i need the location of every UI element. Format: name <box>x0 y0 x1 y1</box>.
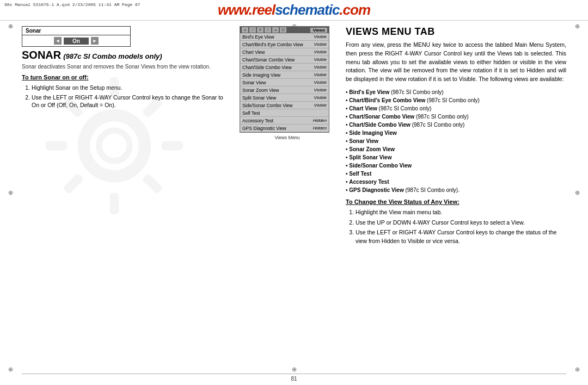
menu-row-label: Accessory Test <box>242 118 273 123</box>
bullet-label: Chart/Sonar Combo View <box>349 114 414 120</box>
change-view-step-3: Use the LEFT or RIGHT 4-WAY Cursor Contr… <box>356 228 566 246</box>
bullet-label: Sonar Zoom View <box>349 146 395 152</box>
bullet-sonar: • Sonar View <box>346 137 566 145</box>
menu-row-label: Chart/Side Combo View <box>242 65 292 70</box>
left-arrow-button[interactable]: ◄ <box>54 37 62 45</box>
menu-screenshot: ≡ ☆ ✕ ☆ ≡ ⊡ Views Bird's Eye View Visibl… <box>240 26 329 133</box>
change-view-step-1: Highlight the View main menu tab. <box>356 208 566 217</box>
menu-icon-5: ≡ <box>272 27 279 33</box>
menu-row-label: Chart View <box>242 49 265 55</box>
right-column: VIEWS MENU TAB From any view, press the … <box>346 26 566 369</box>
sonar-desc-subtitle: Sonar Views from the view rotation. <box>125 64 211 70</box>
menu-icon-6: ⊡ <box>280 27 286 33</box>
menu-row-label: Bird's Eye View <box>242 34 274 40</box>
menu-row-status: Visible <box>314 49 327 54</box>
menu-row-chart-sonar: Chart/Sonar Combo View Visible <box>240 56 329 64</box>
bullet-note: (987c SI Combo only) <box>416 114 469 120</box>
bullet-birds-eye: • Bird's Eye View (987c SI Combo only) <box>346 88 566 96</box>
change-view-step-2: Use the UP or DOWN 4-WAY Cursor Control … <box>356 219 566 227</box>
menu-row-chart-birds: Chart/Bird's Eye Combo View Visible <box>240 41 329 48</box>
views-menu-description: From any view, press the MENU key twice … <box>346 41 566 84</box>
menu-row-label: Sonar Zoom View <box>242 88 279 93</box>
bullet-accessory: • Accessory Test <box>346 178 566 186</box>
menu-topbar: ≡ ☆ ✕ ☆ ≡ ⊡ Views <box>240 27 329 33</box>
bullet-note: (987c SI Combo only) <box>412 122 465 128</box>
svg-rect-8 <box>63 173 84 195</box>
header-meta: 98x Manual 531076-1 A.qxd 2/23/2005 11:4… <box>4 2 140 7</box>
bullet-sonar-zoom: • Sonar Zoom View <box>346 145 566 153</box>
svg-rect-2 <box>110 77 119 98</box>
bullet-chart-birds: • Chart/Bird's Eye Combo View (987c SI C… <box>346 96 566 104</box>
svg-rect-7 <box>142 97 163 119</box>
menu-row-status: Visible <box>314 80 327 85</box>
header: 98x Manual 531076-1 A.qxd 2/23/2005 11:4… <box>0 0 588 21</box>
change-view-header: To Change the View Status of Any View: <box>346 198 566 205</box>
menu-row-label: Split Sonar View <box>242 95 276 101</box>
bullet-chart: • Chart View (987c SI Combo only) <box>346 104 566 113</box>
sonar-desc-text: Sonar deactivates Sonar and removes the <box>22 64 124 70</box>
bullet-label: Chart View <box>349 105 377 111</box>
menu-row-status: Visible <box>314 34 327 39</box>
logo-schematic: schematic <box>275 2 339 18</box>
menu-row-gps: GPS Diagnostic View Hidden <box>240 125 329 132</box>
logo-reel: reel <box>252 2 275 18</box>
menu-row-chart-side: Chart/Side Combo View Visible <box>240 64 329 71</box>
views-menu-title: VIEWS MENU TAB <box>346 26 566 38</box>
left-column: Sonar ◄ On ► SONAR (987c SI Combo models… <box>22 26 229 369</box>
bullet-gps: • GPS Diagnostic View (987c SI Combo onl… <box>346 186 566 194</box>
views-bullet-list: • Bird's Eye View (987c SI Combo only) •… <box>346 88 566 194</box>
right-arrow-button[interactable]: ► <box>91 37 99 45</box>
menu-row-status: Hidden <box>313 118 327 123</box>
content-area: Sonar ◄ On ► SONAR (987c SI Combo models… <box>0 21 588 374</box>
bullet-side-imaging: • Side Imaging View <box>346 129 566 137</box>
svg-point-1 <box>99 131 130 161</box>
bullet-note: (987c SI Combo only). <box>405 187 460 193</box>
menu-row-label: Side/Sonar Combo View <box>242 103 292 108</box>
bullet-label: Chart/Side Combo View <box>349 122 411 128</box>
sonar-control-box: Sonar ◄ On ► <box>22 26 131 47</box>
bullet-side-sonar: • Side/Sonar Combo View <box>346 162 566 170</box>
menu-icon-1: ≡ <box>242 27 248 33</box>
bullet-chart-side: • Chart/Side Combo View (987c SI Combo o… <box>346 121 566 129</box>
menu-row-chart: Chart View Visible <box>240 48 329 56</box>
menu-row-label: Self Test <box>242 110 260 116</box>
svg-rect-3 <box>110 193 119 214</box>
menu-row-status: Visible <box>314 88 327 92</box>
menu-row-status: Hidden <box>313 126 327 131</box>
bullet-label: Split Sonar View <box>349 154 391 160</box>
logo-com: .com <box>339 2 370 18</box>
bullet-label: Side/Sonar Combo View <box>349 163 412 169</box>
menu-row-status: Visible <box>314 95 327 100</box>
bullet-label: Chart/Bird's Eye Combo View <box>349 97 425 103</box>
bullet-label: GPS Diagnostic View <box>349 187 403 193</box>
gear-watermark <box>38 70 191 222</box>
bullet-chart-sonar: • Chart/Sonar Combo View (987c SI Combo … <box>346 113 566 121</box>
menu-row-accessory: Accessory Test Hidden <box>240 117 329 125</box>
sonar-heading-row: SONAR (987c SI Combo models only) <box>22 49 229 61</box>
svg-point-0 <box>84 115 145 176</box>
sonar-box-control: ◄ On ► <box>22 35 130 46</box>
sonar-box-title: Sonar <box>22 27 130 35</box>
menu-row-label: Side Imaging View <box>242 72 280 78</box>
page-number: 81 <box>291 376 297 382</box>
menu-icon-3: ✕ <box>257 27 264 33</box>
middle-column: ≡ ☆ ✕ ☆ ≡ ⊡ Views Bird's Eye View Visibl… <box>240 26 335 369</box>
menu-row-status: Visible <box>314 65 327 70</box>
menu-row-birds-eye: Bird's Eye View Visible <box>240 33 329 41</box>
bullet-label: Side Imaging View <box>349 130 397 136</box>
menu-row-label: Chart/Sonar Combo View <box>242 57 295 63</box>
svg-rect-5 <box>162 141 183 151</box>
change-view-steps-list: Highlight the View main menu tab. Use th… <box>356 208 566 246</box>
menu-row-self-test: Self Test <box>240 109 329 117</box>
menu-row-label: Chart/Bird's Eye Combo View <box>242 42 303 47</box>
sonar-heading-bold: SONAR <box>22 49 61 61</box>
bullet-note: (987c SI Combo only) <box>427 97 480 103</box>
menu-row-sonar-zoom: Sonar Zoom View Visible <box>240 86 329 94</box>
bullet-label: Bird's Eye View <box>349 89 389 95</box>
menu-bottom-label: Views Menu <box>240 135 335 140</box>
sonar-description: Sonar deactivates Sonar and removes the … <box>22 64 229 70</box>
bullet-self-test: • Self Test <box>346 170 566 178</box>
menu-row-status: Visible <box>314 42 327 47</box>
logo-text: www.reelschematic.com <box>218 2 370 18</box>
sonar-heading-italic: (987c SI Combo models only) <box>63 52 162 60</box>
